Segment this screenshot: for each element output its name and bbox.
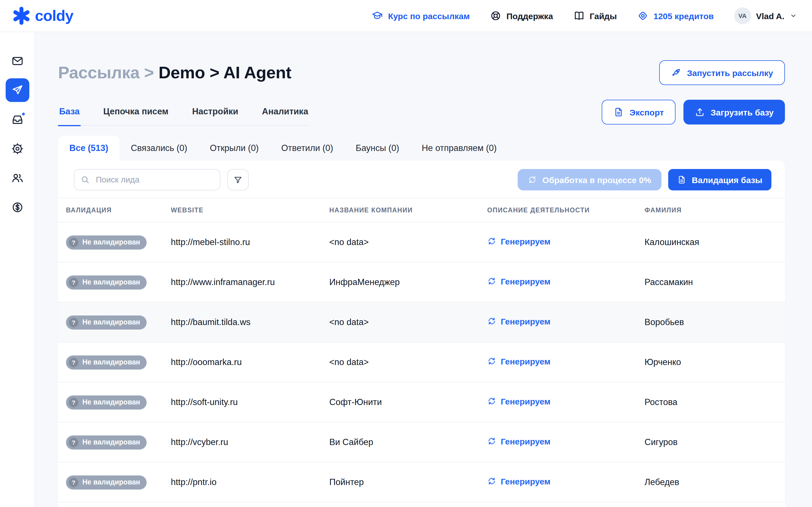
table-row[interactable]: ? Не валидирован http://www.inframanager… — [58, 262, 785, 302]
surname-cell: Рассамакин — [637, 262, 785, 302]
nav-guides-label: Гайды — [590, 11, 617, 20]
validate-base-button[interactable]: Валидация базы — [668, 169, 771, 190]
user-name: Vlad A. — [756, 11, 784, 20]
generating-status: Генерируем — [487, 277, 550, 286]
validation-cell: ? Не валидирован — [58, 222, 163, 262]
export-button[interactable]: Экспорт — [602, 100, 676, 124]
generating-label: Генерируем — [501, 277, 550, 286]
generating-label: Генерируем — [501, 476, 550, 486]
description-cell: Генерируем — [479, 302, 637, 342]
tab-settings[interactable]: Настройки — [191, 101, 239, 126]
status-badge: ? Не валидирован — [66, 355, 147, 369]
search-input[interactable] — [74, 169, 220, 190]
table-row[interactable]: ? Не валидирован http://mebel-stilno.ru … — [58, 222, 785, 262]
generating-label: Генерируем — [501, 437, 550, 446]
user-menu[interactable]: VA Vlad A. — [734, 7, 797, 24]
column-company: НАЗВАНИЕ КОМПАНИИ — [321, 198, 479, 222]
chevron-down-icon — [790, 12, 797, 20]
generating-status: Генерируем — [487, 476, 550, 486]
filter-tab-opened[interactable]: Открыли (0) — [199, 136, 270, 161]
document-icon — [614, 107, 624, 117]
launch-campaign-label: Запустить рассылку — [687, 68, 773, 77]
question-icon: ? — [69, 318, 79, 327]
surname-text: Юрченко — [645, 357, 681, 367]
filter-tab-excluded[interactable]: Не отправляем (0) — [410, 136, 508, 161]
top-nav: Курс по рассылкам Поддержка Гайды 1205 к… — [371, 7, 797, 24]
processing-status-label: Обработка в процессе 0% — [543, 175, 651, 184]
description-cell: Генерируем — [479, 222, 637, 262]
nav-course-link[interactable]: Курс по рассылкам — [371, 10, 470, 21]
question-icon: ? — [69, 357, 79, 367]
website-text: http://baumit.tilda.ws — [171, 317, 251, 327]
brand-logo[interactable]: coldy — [12, 7, 73, 25]
sync-icon — [487, 237, 496, 246]
send-icon — [11, 84, 23, 96]
surname-cell: Воробьев — [637, 302, 785, 342]
sidebar-item-campaigns[interactable] — [5, 78, 29, 102]
generating-label: Генерируем — [501, 317, 550, 326]
question-icon: ? — [69, 397, 79, 407]
nav-credits-link[interactable]: 1205 кредитов — [637, 10, 714, 21]
filter-button[interactable] — [227, 169, 249, 190]
upload-base-button[interactable]: Загрузить базу — [684, 100, 785, 124]
surname-text: Ростова — [645, 397, 677, 407]
tab-sequence[interactable]: Цепочка писем — [102, 101, 169, 126]
website-cell: http://baumit.tilda.ws — [163, 302, 321, 342]
website-cell: http://mebel-stilno.ru — [163, 222, 321, 262]
badge-label: Не валидирован — [82, 358, 140, 366]
badge-label: Не валидирован — [82, 318, 140, 326]
generating-label: Генерируем — [501, 237, 550, 246]
company-cell: ИнфраМенеджер — [321, 262, 479, 302]
processing-status-button[interactable]: Обработка в процессе 0% — [518, 169, 661, 190]
table-row[interactable]: ? Не валидирован http://baumit.tilda.ws … — [58, 302, 785, 342]
nav-support-link[interactable]: Поддержка — [490, 10, 553, 21]
description-cell: Генерируем — [479, 422, 637, 462]
table-row[interactable]: ? Не валидирован http://pntr.io Пойнтер … — [58, 462, 785, 502]
sidebar — [0, 32, 35, 507]
column-description: ОПИСАНИЕ ДЕЯТЕЛЬНОСТИ — [479, 198, 637, 222]
website-cell: http://www.inframanager.ru — [163, 262, 321, 302]
filter-tab-all[interactable]: Все (513) — [58, 136, 119, 161]
filter-tab-contacted[interactable]: Связались (0) — [119, 136, 199, 161]
sync-icon — [528, 175, 537, 184]
website-cell: http://pntr.io — [163, 462, 321, 502]
company-text: <no data> — [329, 317, 369, 327]
nav-credits-label: 1205 кредитов — [654, 11, 714, 20]
upload-icon — [695, 107, 705, 117]
table-row[interactable]: ? Не валидирован http://ooomarka.ru <no … — [58, 342, 785, 382]
description-cell: Генерируем — [479, 262, 637, 302]
description-cell: Генерируем — [479, 462, 637, 502]
tab-base[interactable]: База — [58, 101, 81, 126]
sidebar-item-mail[interactable] — [5, 49, 29, 73]
breadcrumb-root[interactable]: Рассылка — [58, 63, 140, 82]
tab-analytics[interactable]: Аналитика — [261, 101, 309, 126]
launch-campaign-button[interactable]: Запустить рассылку — [659, 60, 785, 85]
breadcrumb-separator: > — [144, 63, 154, 82]
validate-base-label: Валидация базы — [692, 175, 762, 184]
sidebar-item-billing[interactable] — [5, 195, 29, 219]
lifebuoy-icon — [490, 10, 501, 21]
sidebar-item-inbox[interactable] — [5, 108, 29, 131]
company-cell: Пойнтер — [321, 462, 479, 502]
status-badge: ? Не валидирован — [66, 275, 147, 289]
tabs-row: База Цепочка писем Настройки Аналитика Э… — [58, 100, 785, 126]
sidebar-item-settings[interactable] — [5, 137, 29, 161]
surname-cell: Юрченко — [637, 342, 785, 382]
validation-cell: ? Не валидирован — [58, 422, 163, 462]
company-cell: Ви Сайбер — [321, 422, 479, 462]
filter-tab-bounces[interactable]: Баунсы (0) — [345, 136, 410, 161]
website-cell: http://vcyber.ru — [163, 422, 321, 462]
table-row[interactable]: ? Не валидирован http://soft-unity.ru Со… — [58, 382, 785, 422]
validation-cell: ? Не валидирован — [58, 302, 163, 342]
nav-guides-link[interactable]: Гайды — [573, 10, 617, 21]
validation-cell: ? Не валидирован — [58, 262, 163, 302]
badge-label: Не валидирован — [82, 478, 140, 486]
website-cell: http://ooomarka.ru — [163, 342, 321, 382]
badge-label: Не валидирован — [82, 398, 140, 406]
generating-label: Генерируем — [501, 356, 550, 366]
website-text: http://ooomarka.ru — [171, 357, 242, 367]
sidebar-item-contacts[interactable] — [5, 166, 29, 190]
nav-support-label: Поддержка — [506, 11, 553, 20]
table-row[interactable]: ? Не валидирован http://vcyber.ru Ви Сай… — [58, 422, 785, 462]
filter-tab-replied[interactable]: Ответили (0) — [270, 136, 345, 161]
